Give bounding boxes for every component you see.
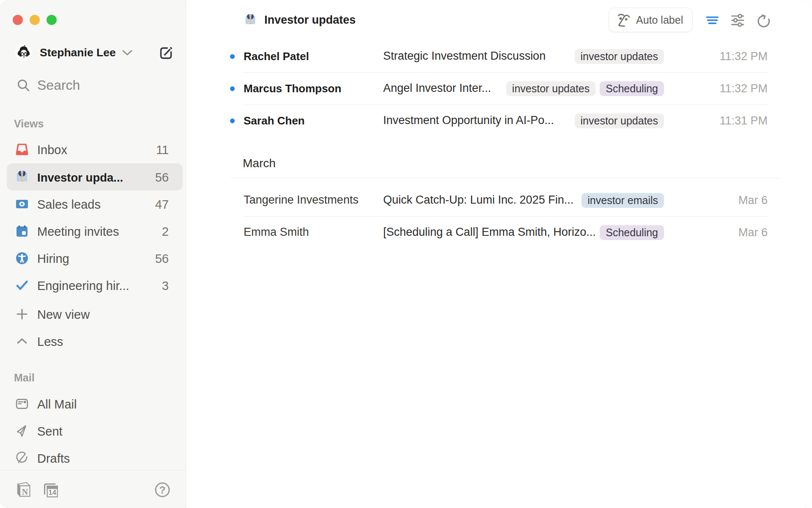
svg-text:14: 14 <box>49 489 57 496</box>
svg-text:?: ? <box>159 484 166 496</box>
svg-text:N: N <box>22 487 28 497</box>
